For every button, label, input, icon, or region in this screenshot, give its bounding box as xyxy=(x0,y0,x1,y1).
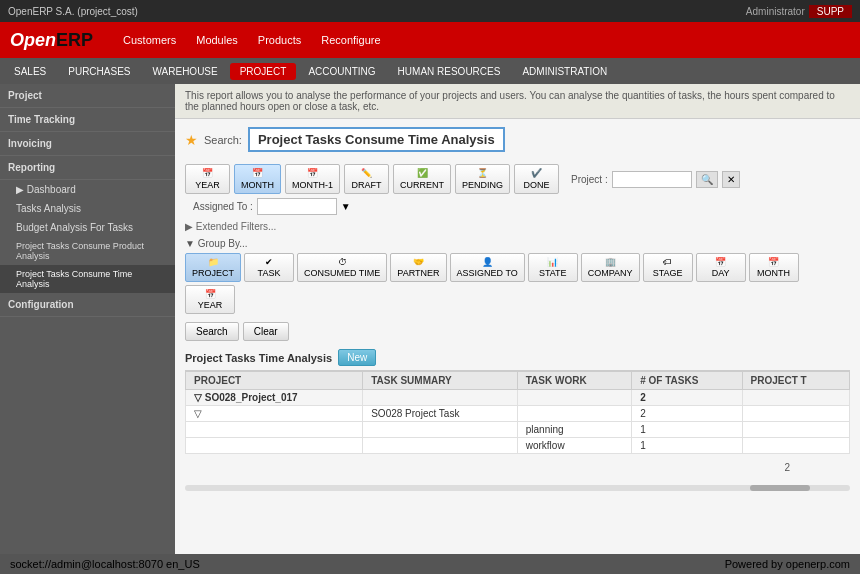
row-task-work xyxy=(517,406,631,422)
search-button[interactable]: Search xyxy=(185,322,239,341)
nav-sales[interactable]: SALES xyxy=(4,63,56,80)
row-project-t xyxy=(742,406,849,422)
group-project-icon: 📁 xyxy=(208,257,219,267)
group-partner[interactable]: 🤝 PARTNER xyxy=(390,253,446,282)
sidebar-section-invoicing[interactable]: Invoicing xyxy=(0,132,175,156)
nav-customers[interactable]: Customers xyxy=(113,30,186,50)
col-num-tasks[interactable]: # OF TASKS xyxy=(632,372,742,390)
sidebar-section-project[interactable]: Project xyxy=(0,84,175,108)
window-subtitle: Administrator xyxy=(746,6,805,17)
nav-administration[interactable]: ADMINISTRATION xyxy=(512,63,617,80)
row-project-t xyxy=(742,438,849,454)
row-task-summary xyxy=(363,422,518,438)
group-state[interactable]: 📊 STATE xyxy=(528,253,578,282)
extended-filters-toggle[interactable]: ▶ Extended Filters... xyxy=(175,219,860,234)
group-task-icon: ✔ xyxy=(265,257,273,267)
col-task-summary[interactable]: TASK SUMMARY xyxy=(363,372,518,390)
row-num-tasks: 2 xyxy=(632,406,742,422)
row-task-summary xyxy=(363,390,518,406)
group-task[interactable]: ✔ TASK xyxy=(244,253,294,282)
sidebar-item-dashboard[interactable]: ▶ Dashboard xyxy=(0,180,175,199)
group-day-icon: 📅 xyxy=(715,257,726,267)
search-title: Project Tasks Consume Time Analysis xyxy=(248,127,505,152)
assigned-input[interactable] xyxy=(257,198,337,215)
row-task-work: planning xyxy=(517,422,631,438)
sidebar-item-consume-time[interactable]: Project Tasks Consume Time Analysis xyxy=(0,265,175,293)
info-bar: This report allows you to analyse the pe… xyxy=(175,84,860,119)
row-task-work xyxy=(517,390,631,406)
group-year-icon: 📅 xyxy=(205,289,216,299)
group-day[interactable]: 📅 DAY xyxy=(696,253,746,282)
window-title: OpenERP S.A. (project_cost) xyxy=(8,6,138,17)
group-month-icon: 📅 xyxy=(768,257,779,267)
main-navigation: SALES PURCHASES WAREHOUSE PROJECT ACCOUN… xyxy=(0,58,860,84)
done-icon: ✔️ xyxy=(531,168,542,178)
clear-button[interactable]: Clear xyxy=(243,322,289,341)
search-header: ★ Search: Project Tasks Consume Time Ana… xyxy=(175,119,860,160)
scroll-thumb[interactable] xyxy=(750,485,810,491)
project-filter: Project : 🔍 ✕ xyxy=(571,171,740,188)
pending-icon: ⏳ xyxy=(477,168,488,178)
nav-warehouse[interactable]: WAREHOUSE xyxy=(143,63,228,80)
search-label: Search: xyxy=(204,134,242,146)
table-title: Project Tasks Time Analysis xyxy=(185,352,332,364)
group-stage-icon: 🏷 xyxy=(663,257,672,267)
filter-done[interactable]: ✔️ DONE xyxy=(514,164,559,194)
sidebar-section-time-tracking[interactable]: Time Tracking xyxy=(0,108,175,132)
group-by-label[interactable]: ▼ Group By... xyxy=(175,234,860,253)
group-stage[interactable]: 🏷 STAGE xyxy=(643,253,693,282)
top-nav: Customers Modules Products Reconfigure xyxy=(113,30,391,50)
table-row[interactable]: workflow 1 xyxy=(186,438,850,454)
filter-current[interactable]: ✅ CURRENT xyxy=(393,164,451,194)
nav-accounting[interactable]: ACCOUNTING xyxy=(298,63,385,80)
group-month[interactable]: 📅 MONTH xyxy=(749,253,799,282)
total-value: 2 xyxy=(784,462,790,473)
group-by-row: 📁 PROJECT ✔ TASK ⏱ CONSUMED TIME 🤝 PARTN… xyxy=(175,253,860,318)
support-button[interactable]: SUPP xyxy=(809,5,852,18)
sidebar-section-reporting[interactable]: Reporting xyxy=(0,156,175,180)
sidebar-item-consume-product[interactable]: Project Tasks Consume Product Analysis xyxy=(0,237,175,265)
current-icon: ✅ xyxy=(417,168,428,178)
table-row[interactable]: planning 1 xyxy=(186,422,850,438)
table-row[interactable]: ▽ SO028_Project_017 2 xyxy=(186,390,850,406)
row-project xyxy=(186,422,363,438)
sidebar: Project Time Tracking Invoicing Reportin… xyxy=(0,84,175,568)
col-project-t[interactable]: PROJECT T xyxy=(742,372,849,390)
nav-products[interactable]: Products xyxy=(248,30,311,50)
footer-left: socket://admin@localhost:8070 en_US xyxy=(10,558,200,570)
col-task-work[interactable]: TASK WORK xyxy=(517,372,631,390)
new-button[interactable]: New xyxy=(338,349,376,366)
month1-icon: 📅 xyxy=(307,168,318,178)
nav-project[interactable]: PROJECT xyxy=(230,63,297,80)
col-project[interactable]: PROJECT xyxy=(186,372,363,390)
filter-pending[interactable]: ⏳ PENDING xyxy=(455,164,510,194)
nav-reconfigure[interactable]: Reconfigure xyxy=(311,30,390,50)
sidebar-item-budget-analysis[interactable]: Budget Analysis For Tasks xyxy=(0,218,175,237)
filter-month-1[interactable]: 📅 MONTH-1 xyxy=(285,164,340,194)
project-search-button[interactable]: 🔍 xyxy=(696,171,718,188)
footer: socket://admin@localhost:8070 en_US Powe… xyxy=(0,554,860,574)
project-clear-button[interactable]: ✕ xyxy=(722,171,740,188)
group-assigned-to[interactable]: 👤 ASSIGNED TO xyxy=(450,253,525,282)
table-row[interactable]: ▽ SO028 Project Task 2 xyxy=(186,406,850,422)
favorite-star[interactable]: ★ xyxy=(185,132,198,148)
group-consumed-time[interactable]: ⏱ CONSUMED TIME xyxy=(297,253,387,282)
project-input[interactable] xyxy=(612,171,692,188)
group-state-icon: 📊 xyxy=(547,257,558,267)
scroll-indicator[interactable] xyxy=(185,485,850,491)
draft-icon: ✏️ xyxy=(361,168,372,178)
group-company[interactable]: 🏢 COMPANY xyxy=(581,253,640,282)
filter-draft[interactable]: ✏️ DRAFT xyxy=(344,164,389,194)
nav-purchases[interactable]: PURCHASES xyxy=(58,63,140,80)
nav-modules[interactable]: Modules xyxy=(186,30,248,50)
filter-month[interactable]: 📅 MONTH xyxy=(234,164,281,194)
nav-human-resources[interactable]: HUMAN RESOURCES xyxy=(388,63,511,80)
assigned-filter: Assigned To : ▼ xyxy=(193,198,351,215)
group-project[interactable]: 📁 PROJECT xyxy=(185,253,241,282)
filter-year[interactable]: 📅 YEAR xyxy=(185,164,230,194)
sidebar-section-configuration[interactable]: Configuration xyxy=(0,293,175,317)
group-year[interactable]: 📅 YEAR xyxy=(185,285,235,314)
sidebar-item-tasks-analysis[interactable]: Tasks Analysis xyxy=(0,199,175,218)
row-project: ▽ xyxy=(186,406,363,422)
assigned-dropdown-icon: ▼ xyxy=(341,201,351,212)
